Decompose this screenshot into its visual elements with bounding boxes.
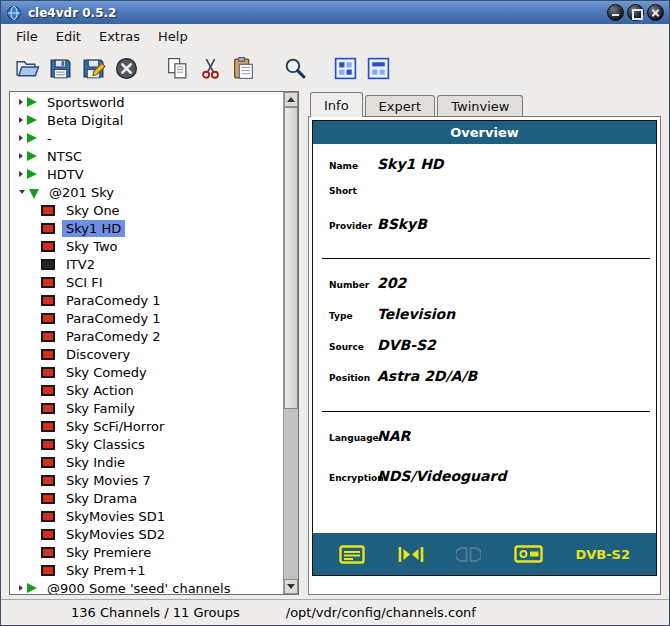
expand-channels-button[interactable]: [362, 52, 395, 84]
save-as-button[interactable]: [77, 52, 110, 84]
tree-channel-sky-action[interactable]: Sky Action: [10, 381, 283, 399]
expander-icon[interactable]: [19, 117, 23, 123]
vcr-icon: [514, 545, 543, 563]
menu-help[interactable]: Help: [149, 27, 197, 46]
expander-icon[interactable]: [19, 585, 23, 591]
tree-channel-discovery[interactable]: Discovery: [10, 345, 283, 363]
channel-icon: [41, 493, 55, 504]
cut-button[interactable]: [194, 52, 227, 84]
paste-button[interactable]: [227, 52, 260, 84]
tree-group-item[interactable]: -: [10, 129, 283, 147]
channel-icon: [41, 475, 55, 486]
expander-icon[interactable]: [19, 99, 23, 105]
field-name: NameSky1 HD: [313, 156, 656, 186]
channel-tree: SportsworldBeta Digital-NTSCHDTV@201 Sky…: [9, 91, 299, 595]
expand-groups-button[interactable]: [329, 52, 362, 84]
channel-icon: [41, 367, 55, 378]
tree-channel-sky-premiere[interactable]: Sky Premiere: [10, 543, 283, 561]
tab-twinview[interactable]: Twinview: [437, 95, 523, 116]
save-button[interactable]: [44, 52, 77, 84]
tree-channel-sky1-hd[interactable]: Sky1 HD: [10, 219, 283, 237]
channel-label: SkyMovies SD2: [62, 526, 169, 543]
expander-icon[interactable]: [19, 153, 23, 159]
tree-channel-sky-one[interactable]: Sky One: [10, 201, 283, 219]
app-window: cle4vdr 0.5.2 FileEditExtrasHelp Sportsw…: [0, 0, 670, 626]
channel-icon: [41, 259, 55, 270]
scroll-track[interactable]: [284, 107, 298, 579]
tree-channel-sky-drama[interactable]: Sky Drama: [10, 489, 283, 507]
tree-group-900-some-seed-channels[interactable]: @900 Some 'seed' channels: [10, 579, 283, 594]
tree-group-beta-digital[interactable]: Beta Digital: [10, 111, 283, 129]
channel-label: SkyMovies SD1: [62, 508, 169, 525]
field-language: LanguageNAR: [313, 428, 656, 468]
field-label: Provider: [313, 221, 371, 231]
group-arrow-icon: [27, 115, 37, 125]
tree-group-201-sky[interactable]: @201 Sky: [10, 183, 283, 201]
menu-edit[interactable]: Edit: [47, 27, 90, 46]
dolby-icon: [456, 546, 481, 563]
tree-channel-itv2[interactable]: ITV2: [10, 255, 283, 273]
channel-icon: [41, 277, 55, 288]
expander-icon[interactable]: [19, 135, 23, 141]
tree-channel-paracomedy-1[interactable]: ParaComedy 1: [10, 309, 283, 327]
tab-expert[interactable]: Expert: [365, 95, 436, 116]
scroll-down-button[interactable]: [284, 579, 298, 594]
menu-file[interactable]: File: [7, 27, 47, 46]
tree-channel-sky-movies-7[interactable]: Sky Movies 7: [10, 471, 283, 489]
group-arrow-icon: [27, 151, 37, 161]
open-file-icon: [15, 56, 40, 81]
field-group: NameSky1 HDShortProviderBSkyB: [313, 156, 656, 246]
save-icon: [48, 56, 73, 81]
tree-channel-sci-fi[interactable]: SCI FI: [10, 273, 283, 291]
minimize-button[interactable]: [607, 4, 624, 21]
scroll-thumb[interactable]: [284, 107, 298, 409]
expander-icon[interactable]: [19, 171, 23, 177]
channel-tree-rows: SportsworldBeta Digital-NTSCHDTV@201 Sky…: [10, 92, 283, 594]
close-button[interactable]: [647, 4, 664, 21]
tree-channel-paracomedy-1[interactable]: ParaComedy 1: [10, 291, 283, 309]
tree-channel-paracomedy-2[interactable]: ParaComedy 2: [10, 327, 283, 345]
field-value: Television: [371, 306, 455, 322]
maximize-button[interactable]: [627, 4, 644, 21]
channel-label: Sky Two: [62, 238, 122, 255]
tree-channel-skymovies-sd1[interactable]: SkyMovies SD1: [10, 507, 283, 525]
arrow-up-icon: [287, 97, 295, 102]
copy-button[interactable]: [161, 52, 194, 84]
group-label: NTSC: [43, 148, 86, 165]
tab-info[interactable]: Info: [310, 92, 363, 117]
tree-channel-sky-comedy[interactable]: Sky Comedy: [10, 363, 283, 381]
channel-icon: [41, 385, 55, 396]
group-label: @201 Sky: [45, 184, 118, 201]
tree-channel-skymovies-sd2[interactable]: SkyMovies SD2: [10, 525, 283, 543]
tabbar: InfoExpertTwinview: [308, 91, 661, 116]
arrow-down-icon: [287, 584, 295, 589]
tree-channel-sky-family[interactable]: Sky Family: [10, 399, 283, 417]
open-file-button[interactable]: [11, 52, 44, 84]
expander-icon[interactable]: [19, 190, 25, 194]
field-group: LanguageNAREncryptionNDS/Videoguard: [313, 428, 656, 508]
overview-panel: Overview NameSky1 HDShortProviderBSkyBNu…: [312, 120, 657, 576]
tree-group-sportsworld[interactable]: Sportsworld: [10, 93, 283, 111]
main-area: SportsworldBeta Digital-NTSCHDTV@201 Sky…: [1, 87, 669, 599]
expand-groups-icon: [333, 56, 358, 81]
titlebar[interactable]: cle4vdr 0.5.2: [1, 1, 669, 24]
overview-title: Overview: [313, 121, 656, 144]
close-file-button[interactable]: [110, 52, 143, 84]
tree-channel-sky-scfi-horror[interactable]: Sky ScFi/Horror: [10, 417, 283, 435]
channel-label: SCI FI: [62, 274, 107, 291]
field-encryption: EncryptionNDS/Videoguard: [313, 468, 656, 508]
tree-group-ntsc[interactable]: NTSC: [10, 147, 283, 165]
tree-group-hdtv[interactable]: HDTV: [10, 165, 283, 183]
menu-extras[interactable]: Extras: [90, 27, 149, 46]
tree-channel-sky-classics[interactable]: Sky Classics: [10, 435, 283, 453]
tree-channel-sky-prem-1[interactable]: Sky Prem+1: [10, 561, 283, 579]
channel-icon: [41, 313, 55, 324]
scroll-up-button[interactable]: [284, 92, 298, 107]
tree-channel-sky-two[interactable]: Sky Two: [10, 237, 283, 255]
source-type-label: DVB-S2: [575, 547, 630, 562]
find-button[interactable]: [278, 52, 311, 84]
tree-channel-sky-indie[interactable]: Sky Indie: [10, 453, 283, 471]
tree-scrollbar[interactable]: [283, 92, 298, 594]
channel-icon: [41, 241, 55, 252]
channel-icon: [41, 403, 55, 414]
